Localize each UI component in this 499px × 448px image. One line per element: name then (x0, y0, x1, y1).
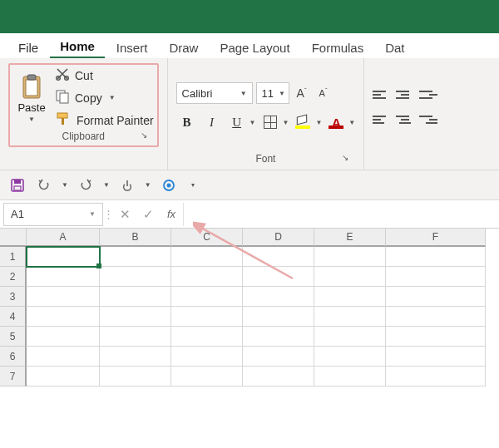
refresh-button[interactable] (160, 176, 178, 194)
format-painter-button[interactable]: Format Painter (55, 111, 154, 129)
row-header[interactable]: 3 (0, 287, 27, 307)
cell[interactable] (100, 367, 171, 386)
cell[interactable] (243, 287, 314, 307)
cell[interactable] (27, 247, 100, 267)
cell[interactable] (100, 307, 171, 327)
undo-button[interactable] (35, 176, 53, 194)
cell[interactable] (243, 307, 314, 327)
cell[interactable] (314, 327, 386, 347)
column-header[interactable]: D (243, 229, 314, 247)
redo-button[interactable] (77, 176, 95, 194)
fill-color-button[interactable]: ▼ (292, 112, 322, 132)
cell[interactable] (386, 327, 486, 347)
row-header[interactable]: 2 (0, 267, 27, 287)
insert-function-button[interactable]: fx (160, 208, 183, 220)
chevron-down-icon[interactable]: ▼ (62, 181, 68, 189)
cell[interactable] (314, 307, 386, 327)
italic-button[interactable]: I (201, 112, 223, 132)
dialog-launcher-clipboard[interactable]: ↘ (141, 130, 152, 142)
row-header[interactable]: 6 (0, 347, 27, 367)
row-header[interactable]: 5 (0, 327, 27, 347)
save-button[interactable] (8, 176, 27, 194)
bold-button[interactable]: B (176, 112, 198, 132)
column-header[interactable]: F (386, 229, 486, 247)
font-size-combo[interactable]: 11 ▼ (256, 82, 289, 104)
cell[interactable] (243, 367, 314, 386)
cut-button[interactable]: Cut (55, 66, 154, 84)
customize-qat-button[interactable]: ▾ (191, 181, 195, 189)
column-header[interactable]: B (100, 229, 171, 247)
align-bottom-button[interactable] (419, 87, 437, 102)
chevron-down-icon[interactable]: ▼ (103, 181, 110, 189)
touch-mode-button[interactable] (118, 176, 136, 194)
cell[interactable] (314, 287, 386, 307)
cell[interactable] (171, 267, 243, 287)
cell[interactable] (27, 307, 100, 327)
paste-button[interactable]: Paste ▼ (13, 73, 50, 123)
cell[interactable] (386, 247, 486, 267)
column-header[interactable]: A (27, 229, 100, 247)
cell[interactable] (27, 287, 100, 307)
cell[interactable] (314, 247, 386, 267)
font-color-button[interactable]: A▼ (325, 112, 355, 132)
cell[interactable] (171, 347, 243, 367)
underline-button[interactable]: U▼ (226, 112, 256, 132)
cell[interactable] (100, 347, 171, 367)
increase-font-size-button[interactable]: Aˆ (293, 83, 311, 103)
cell[interactable] (386, 287, 486, 307)
column-header[interactable]: E (314, 229, 386, 247)
name-box[interactable]: A1 ▼ (3, 203, 103, 226)
chevron-down-icon[interactable]: ▼ (145, 181, 151, 189)
align-left-button[interactable] (373, 112, 391, 127)
tab-formulas[interactable]: Formulas (302, 36, 374, 58)
cell[interactable] (27, 347, 100, 367)
borders-button[interactable]: ▼ (259, 112, 289, 132)
column-header[interactable]: C (171, 229, 243, 247)
tab-draw[interactable]: Draw (159, 36, 208, 58)
cell[interactable] (386, 307, 486, 327)
cell[interactable] (171, 247, 243, 267)
cell[interactable] (386, 267, 486, 287)
chevron-down-icon[interactable]: ▼ (109, 94, 116, 101)
tab-home[interactable]: Home (50, 34, 105, 58)
cell[interactable] (243, 247, 314, 267)
font-name-combo[interactable]: Calibri ▼ (176, 82, 253, 104)
cell[interactable] (314, 367, 386, 386)
cell[interactable] (100, 327, 171, 347)
cell[interactable] (100, 247, 171, 267)
cell[interactable] (171, 367, 243, 386)
enter-formula-button[interactable]: ✓ (136, 207, 160, 222)
copy-button[interactable]: Copy ▼ (55, 89, 154, 106)
cell[interactable] (27, 367, 100, 386)
tab-page-layout[interactable]: Page Layout (210, 36, 299, 58)
cell[interactable] (243, 267, 314, 287)
cell[interactable] (243, 327, 314, 347)
cell[interactable] (314, 267, 386, 287)
tab-data[interactable]: Dat (375, 36, 414, 58)
tab-insert[interactable]: Insert (106, 36, 158, 58)
cell[interactable] (100, 287, 171, 307)
formula-input[interactable] (183, 203, 499, 226)
cell[interactable] (386, 347, 486, 367)
cell[interactable] (386, 367, 486, 386)
row-header[interactable]: 4 (0, 307, 27, 327)
cell[interactable] (171, 287, 243, 307)
cell[interactable] (27, 267, 100, 287)
cell[interactable] (27, 327, 100, 347)
align-center-button[interactable] (396, 112, 414, 127)
tab-file[interactable]: File (8, 36, 48, 58)
cancel-formula-button[interactable]: ✕ (113, 207, 136, 222)
row-header[interactable]: 7 (0, 367, 27, 386)
cell[interactable] (171, 307, 243, 327)
decrease-font-size-button[interactable]: Aˇ (314, 83, 333, 103)
align-top-button[interactable] (373, 87, 391, 102)
align-middle-button[interactable] (396, 87, 414, 102)
chevron-down-icon[interactable]: ▼ (28, 116, 35, 123)
cell[interactable] (100, 267, 171, 287)
select-all-corner[interactable] (0, 229, 27, 247)
row-header[interactable]: 1 (0, 247, 27, 267)
cell[interactable] (314, 347, 386, 367)
cell[interactable] (171, 327, 243, 347)
cell[interactable] (243, 347, 314, 367)
align-right-button[interactable] (419, 112, 437, 127)
